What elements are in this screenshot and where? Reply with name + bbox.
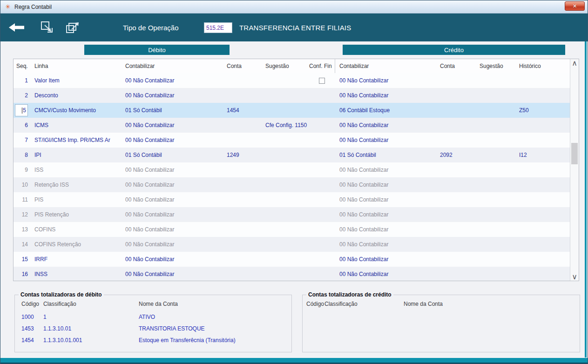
- cell-debit-contabilizar: 00 Não Contabilizar: [123, 92, 226, 99]
- cell-debit-contabilizar: 00 Não Contabilizar: [123, 211, 226, 218]
- cell-conf-fin: [308, 103, 335, 118]
- cell-credit-contabilizar: 00 Não Contabilizar: [335, 77, 440, 84]
- table-row[interactable]: 14COFINS Retenção00 Não Contabilizar00 N…: [14, 237, 570, 252]
- credit-section-bar: Crédito: [343, 45, 565, 55]
- cell-conf-fin: [308, 192, 335, 207]
- totals-row: 14531.1.3.10.01TRANSITORIA ESTOQUE: [15, 323, 291, 334]
- cell-linha: INSS: [31, 271, 123, 277]
- cell-credit-contabilizar: 00 Não Contabilizar: [335, 137, 440, 143]
- vertical-scrollbar[interactable]: ∧ ∨: [570, 59, 579, 281]
- open-new-window-button[interactable]: [66, 21, 81, 34]
- col-linha: Linha: [31, 63, 123, 69]
- cell-credit-contabilizar: 00 Não Contabilizar: [335, 256, 440, 263]
- col-classificacao: Classificação: [324, 301, 404, 307]
- cell-credit-contabilizar: 00 Não Contabilizar: [335, 271, 440, 277]
- cell-credit-contabilizar: 01 Só Contábil: [335, 152, 440, 158]
- col-debit-conta: Conta: [226, 63, 265, 69]
- operation-type-label: Tipo de Operação: [123, 13, 179, 41]
- operation-code-input[interactable]: [204, 22, 232, 33]
- cell-debit-contabilizar: 01 Só Contábil: [123, 152, 226, 158]
- cell-debit-contabilizar: 01 Só Contábil: [123, 107, 226, 114]
- totals-classificacao: 1.1.3.10.01.001: [43, 337, 139, 344]
- cell-debit-contabilizar: 00 Não Contabilizar: [123, 77, 226, 84]
- cell-seq: 9: [14, 167, 31, 173]
- table-row[interactable]: 2Desconto00 Não Contabilizar00 Não Conta…: [14, 88, 570, 103]
- col-credit-sugestao: Sugestão: [480, 63, 519, 69]
- table-row[interactable]: 5CMCV/Custo Movimento01 Só Contábil14540…: [14, 103, 570, 118]
- table-row[interactable]: 13COFINS00 Não Contabilizar00 Não Contab…: [14, 222, 570, 237]
- table-row[interactable]: 6ICMS00 Não ContabilizarCfe Config. 1150…: [14, 118, 570, 133]
- title-bar: ✳ Regra Contabil ✕: [0, 0, 588, 13]
- cell-seq: 10: [14, 182, 31, 188]
- debit-totals-panel: Contas totalizadoras de débito Código Cl…: [14, 295, 292, 352]
- table-row[interactable]: 12PIS Retenção00 Não Contabilizar00 Não …: [14, 207, 570, 222]
- table-row[interactable]: 8IPI01 Só Contábil124901 Só Contábil2092…: [14, 148, 570, 162]
- cell-seq: 13: [14, 226, 31, 233]
- cell-credit-contabilizar: 00 Não Contabilizar: [335, 92, 440, 99]
- cell-debit-contabilizar: 00 Não Contabilizar: [123, 196, 226, 203]
- totals-codigo: 1454: [15, 337, 43, 344]
- grid-body: 1Valor Item00 Não Contabilizar00 Não Con…: [14, 73, 570, 281]
- debit-section-label: Débito: [148, 47, 166, 54]
- close-button[interactable]: ✕: [565, 1, 585, 11]
- cell-linha: ICMS: [31, 122, 123, 128]
- cell-linha: COFINS: [31, 226, 123, 233]
- totals-nome: ATIVO: [139, 314, 291, 320]
- table-row[interactable]: 1Valor Item00 Não Contabilizar00 Não Con…: [14, 73, 570, 88]
- col-debit-contabilizar: Contabilizar: [123, 63, 226, 69]
- cell-seq: 1: [14, 77, 31, 84]
- conf-fin-checkbox[interactable]: [319, 78, 325, 84]
- table-row[interactable]: 7ST/IGI/ICMS Imp. PR/ICMS Ar00 Não Conta…: [14, 133, 570, 148]
- totals-codigo: 1000: [15, 314, 43, 320]
- col-debit-sugestao: Sugestão: [265, 63, 308, 69]
- cell-seq: 14: [14, 241, 31, 248]
- table-row[interactable]: 15IRRF00 Não Contabilizar00 Não Contabil…: [14, 252, 570, 267]
- col-codigo: Código: [303, 301, 324, 307]
- operation-name: TRANSFERENCIA ENTRE FILIAIS: [239, 13, 351, 41]
- cell-conf-fin: [308, 237, 335, 252]
- cell-linha: IRRF: [31, 256, 123, 263]
- totals-classificacao: 1: [43, 314, 139, 320]
- seq-edit-field[interactable]: 5: [15, 104, 28, 116]
- scroll-thumb[interactable]: [571, 143, 578, 164]
- scroll-down-button[interactable]: ∨: [570, 273, 579, 281]
- regra-contabil-window: ✳ Regra Contabil ✕ Tipo de Op: [0, 0, 588, 364]
- debit-totals-title: Contas totalizadoras de débito: [19, 291, 104, 298]
- cell-credit-contabilizar: 00 Não Contabilizar: [335, 226, 440, 233]
- cell-credit-contabilizar: 00 Não Contabilizar: [335, 122, 440, 128]
- cell-credit-contabilizar: 00 Não Contabilizar: [335, 196, 440, 203]
- table-row[interactable]: 10Retenção ISS00 Não Contabilizar00 Não …: [14, 177, 570, 192]
- scroll-up-button[interactable]: ∧: [570, 59, 579, 67]
- cell-credit-contabilizar: 00 Não Contabilizar: [335, 211, 440, 218]
- debit-totals-header: Código Classificação Nome da Conta: [15, 301, 291, 307]
- cell-historico: Z50: [519, 107, 554, 114]
- cell-linha: ST/IGI/ICMS Imp. PR/ICMS Ar: [31, 137, 123, 143]
- cell-conf-fin: [308, 177, 335, 192]
- credit-totals-header: Código Classificação Nome da Conta: [303, 301, 580, 307]
- table-row[interactable]: 16INSS00 Não Contabilizar00 Não Contabil…: [14, 267, 570, 281]
- col-historico: Histórico: [519, 63, 554, 69]
- cell-debit-contabilizar: 00 Não Contabilizar: [123, 241, 226, 248]
- back-arrow-icon: [9, 23, 24, 32]
- table-row[interactable]: 9ISS00 Não Contabilizar00 Não Contabiliz…: [14, 162, 570, 177]
- cell-conf-fin: [308, 162, 335, 177]
- export-button[interactable]: [41, 21, 54, 34]
- cell-credit-contabilizar: 06 Contábil Estoque: [335, 107, 440, 114]
- table-row[interactable]: 11PIS00 Não Contabilizar00 Não Contabili…: [14, 192, 570, 207]
- back-button[interactable]: [8, 22, 25, 33]
- window-bottom-accent: [0, 358, 588, 363]
- col-credit-conta: Conta: [440, 63, 480, 69]
- cell-conf-fin: [308, 207, 335, 222]
- cell-debit-contabilizar: 00 Não Contabilizar: [123, 226, 226, 233]
- credit-totals-title: Contas totalizadoras de crédito: [306, 291, 393, 298]
- cell-debit-contabilizar: 00 Não Contabilizar: [123, 167, 226, 173]
- cell-linha: Retenção ISS: [31, 182, 123, 188]
- cell-linha: Desconto: [31, 92, 123, 99]
- totals-classificacao: 1.1.3.10.01: [43, 325, 139, 332]
- toolbar: Tipo de Operação TRANSFERENCIA ENTRE FIL…: [0, 13, 588, 41]
- cell-seq: 8: [14, 152, 31, 158]
- totals-nome: TRANSITORIA ESTOQUE: [139, 325, 291, 332]
- app-icon: ✳: [4, 3, 12, 11]
- cell-conf-fin: [308, 148, 335, 162]
- cell-seq: 7: [14, 137, 31, 143]
